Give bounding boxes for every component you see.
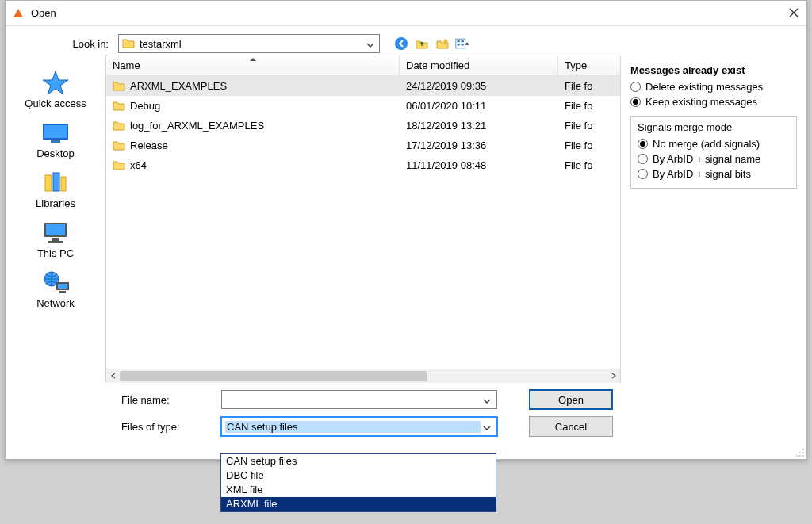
radio-delete-existing[interactable]: Delete existing messages xyxy=(630,79,797,94)
radio-icon xyxy=(638,139,648,149)
radio-no-merge[interactable]: No merge (add signals) xyxy=(638,136,790,151)
svg-marker-13 xyxy=(43,71,68,94)
scroll-left-icon[interactable] xyxy=(106,369,120,383)
file-type: File fo xyxy=(558,140,620,151)
folder-icon xyxy=(113,120,125,132)
filename-input[interactable] xyxy=(221,390,497,409)
file-date: 11/11/2019 08:48 xyxy=(400,159,558,171)
this-pc-icon xyxy=(12,219,99,246)
filetype-label: Files of type: xyxy=(6,421,221,433)
svg-rect-22 xyxy=(52,238,59,241)
scroll-right-icon[interactable] xyxy=(607,369,620,383)
desktop-icon xyxy=(12,119,99,146)
filetype-dropdown[interactable]: CAN setup filesDBC fileXML fileARXML fil… xyxy=(220,453,496,512)
file-date: 06/01/2020 10:11 xyxy=(400,100,558,112)
cancel-button[interactable]: Cancel xyxy=(529,416,613,437)
table-row[interactable]: Release17/12/2019 13:36File fo xyxy=(106,136,620,155)
svg-rect-12 xyxy=(462,44,464,46)
svg-point-30 xyxy=(802,452,804,453)
place-this-pc[interactable]: This PC xyxy=(12,214,99,264)
radio-icon xyxy=(638,169,648,179)
column-type[interactable]: Type xyxy=(558,55,620,75)
svg-rect-23 xyxy=(48,241,63,243)
svg-rect-15 xyxy=(44,125,67,138)
folder-icon xyxy=(113,140,125,152)
up-one-level-icon[interactable] xyxy=(413,35,431,52)
lookin-label: Look in: xyxy=(6,38,118,50)
svg-point-28 xyxy=(802,449,804,450)
scroll-thumb[interactable] xyxy=(120,371,427,381)
list-header: Name Date modified Type xyxy=(106,55,620,76)
file-date: 18/12/2019 13:21 xyxy=(400,120,558,132)
place-quick-access[interactable]: Quick access xyxy=(12,64,99,114)
table-row[interactable]: ARXML_EXAMPLES24/12/2019 09:35File fo xyxy=(106,76,620,96)
radio-arbid-bits[interactable]: By ArbID + signal bits xyxy=(638,166,790,182)
place-libraries[interactable]: Libraries xyxy=(12,164,99,214)
app-icon xyxy=(12,7,25,20)
folder-icon xyxy=(122,37,135,50)
place-label: Libraries xyxy=(12,197,99,209)
scroll-track[interactable] xyxy=(120,369,607,383)
column-date[interactable]: Date modified xyxy=(400,55,558,75)
filetype-combo[interactable]: CAN setup files xyxy=(221,417,497,436)
resize-grip-icon[interactable] xyxy=(794,446,805,457)
place-label: This PC xyxy=(12,247,99,259)
new-folder-icon[interactable] xyxy=(434,35,451,52)
place-network[interactable]: Network xyxy=(12,264,99,314)
file-list: Name Date modified Type ARXML_EXAMPLES24… xyxy=(105,55,621,383)
filetype-option[interactable]: CAN setup files xyxy=(221,454,496,469)
libraries-icon xyxy=(12,169,99,196)
folder-icon xyxy=(113,80,125,93)
options-panel: Messages already exist Delete existing m… xyxy=(621,59,806,383)
file-date: 17/12/2019 13:36 xyxy=(400,140,558,151)
back-icon[interactable] xyxy=(393,35,410,52)
radio-arbid-name[interactable]: By ArbID + signal name xyxy=(638,151,790,166)
column-name[interactable]: Name xyxy=(106,55,400,75)
svg-rect-16 xyxy=(51,140,60,143)
place-label: Network xyxy=(12,297,99,309)
radio-keep-existing[interactable]: Keep existing messages xyxy=(630,94,797,109)
place-label: Desktop xyxy=(12,147,99,159)
radio-icon xyxy=(630,97,641,107)
radio-label: By ArbID + signal bits xyxy=(653,168,751,180)
body-area: Quick access Desktop Libraries This PC xyxy=(6,59,806,383)
svg-rect-10 xyxy=(462,40,464,43)
open-button[interactable]: Open xyxy=(529,389,613,410)
chevron-down-icon xyxy=(481,394,493,406)
signals-merge-title: Signals merge mode xyxy=(638,121,790,133)
places-bar: Quick access Desktop Libraries This PC xyxy=(6,59,105,383)
folder-icon xyxy=(113,100,125,113)
horizontal-scrollbar[interactable] xyxy=(106,369,620,382)
svg-rect-11 xyxy=(458,44,460,46)
svg-point-31 xyxy=(796,455,798,457)
svg-point-33 xyxy=(802,455,804,457)
close-icon[interactable] xyxy=(787,7,800,20)
file-name: x64 xyxy=(130,159,147,171)
network-icon xyxy=(12,269,99,296)
svg-rect-21 xyxy=(46,224,65,235)
file-name: ARXML_EXAMPLES xyxy=(130,80,227,92)
titlebar: Open xyxy=(6,1,806,26)
quick-access-icon xyxy=(12,69,99,96)
radio-icon xyxy=(638,154,648,164)
lookin-combo[interactable]: testarxml xyxy=(118,34,380,53)
file-type: File fo xyxy=(558,100,620,112)
filename-label: File name: xyxy=(6,394,221,406)
filetype-option[interactable]: DBC file xyxy=(221,469,496,483)
radio-icon xyxy=(630,82,641,92)
table-row[interactable]: Debug06/01/2020 10:11File fo xyxy=(106,96,620,116)
radio-label: By ArbID + signal name xyxy=(653,153,760,165)
table-row[interactable]: log_for_ARXML_EXAMPLES18/12/2019 13:21Fi… xyxy=(106,116,620,136)
table-row[interactable]: x6411/11/2019 08:48File fo xyxy=(106,155,620,175)
svg-rect-26 xyxy=(58,284,67,289)
svg-rect-27 xyxy=(59,291,66,293)
window-title: Open xyxy=(31,7,787,19)
messages-exist-title: Messages already exist xyxy=(630,64,797,76)
filetype-option[interactable]: ARXML file xyxy=(221,497,496,511)
bottom-panel: File name: Open Files of type: CAN setup… xyxy=(6,383,806,446)
view-menu-icon[interactable] xyxy=(454,35,472,52)
svg-rect-17 xyxy=(45,175,52,191)
chevron-down-icon xyxy=(481,421,493,433)
filetype-option[interactable]: XML file xyxy=(221,483,496,497)
place-desktop[interactable]: Desktop xyxy=(12,114,99,164)
